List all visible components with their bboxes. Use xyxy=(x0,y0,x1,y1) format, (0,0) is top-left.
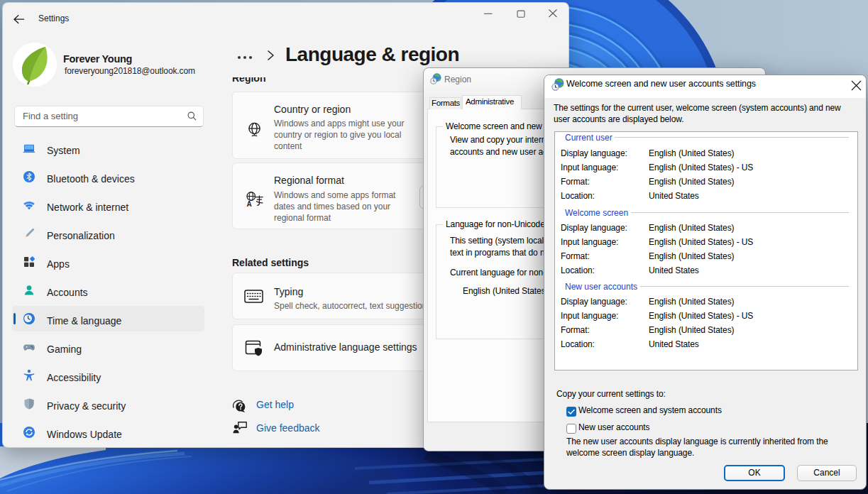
svg-text:A: A xyxy=(247,200,252,208)
